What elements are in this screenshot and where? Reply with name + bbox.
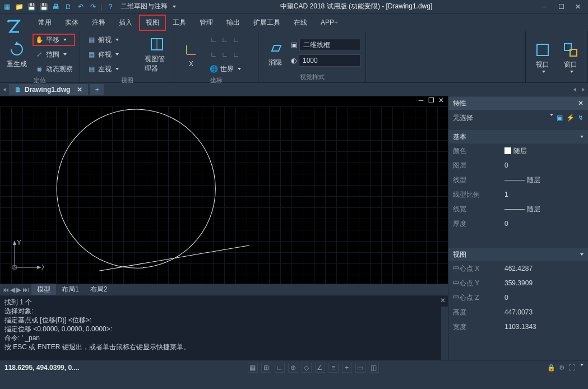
cmd-scrollbar[interactable] (441, 307, 448, 360)
layout-tab-0[interactable]: 模型 (31, 284, 56, 295)
polar-toggle[interactable]: ⊕ (288, 363, 298, 373)
left-view-button[interactable]: ▦ 左视 (85, 63, 121, 75)
property-value[interactable]: 359.3909 (504, 279, 588, 287)
menu-item-5[interactable]: 工具 (166, 15, 193, 31)
tab-scroll-left[interactable] (0, 83, 9, 96)
save-icon[interactable]: 💾 (27, 2, 36, 11)
toggle-pickadd-icon[interactable]: ↯ (578, 114, 584, 122)
osnap-toggle[interactable]: ◇ (302, 363, 312, 373)
property-row[interactable]: 高度447.0073 (448, 305, 588, 319)
property-row[interactable]: 中心点 Z0 (448, 290, 588, 305)
annotation-scale-icon[interactable]: 🔒 (547, 364, 555, 372)
property-value[interactable]: ———随层 (504, 205, 588, 214)
menu-item-7[interactable]: 输出 (220, 15, 247, 31)
redo-icon[interactable]: ↷ (89, 2, 98, 11)
minimize-button[interactable]: ─ (536, 1, 552, 12)
ucs-tool-2[interactable]: ∟∟∟ (207, 48, 243, 61)
document-tab-active[interactable]: 🗎 Drawing1.dwg ✕ (9, 84, 88, 95)
menu-item-8[interactable]: 扩展工具 (247, 15, 287, 31)
property-value[interactable]: 1 (504, 191, 588, 198)
menu-item-10[interactable]: APP+ (314, 15, 345, 30)
window-tile-button[interactable]: 窗口 (558, 34, 583, 80)
app-menu-icon[interactable]: ▦ (2, 2, 11, 11)
property-value[interactable]: 0 (504, 220, 588, 228)
panel-scroll-left[interactable] (570, 83, 579, 96)
property-row[interactable]: 颜色随层 (448, 143, 588, 158)
canvas-minimize-button[interactable]: ─ (416, 96, 425, 104)
chevron-down-icon[interactable] (580, 364, 584, 372)
view-manager-button[interactable]: 视图管理器 (145, 34, 169, 75)
canvas-close-button[interactable]: ✕ (437, 96, 446, 104)
close-tab-icon[interactable]: ✕ (77, 86, 82, 94)
visual-style-combo[interactable] (299, 39, 361, 51)
property-value[interactable]: 随层 (504, 146, 588, 156)
facet-res-combo[interactable] (299, 54, 360, 67)
layout-tab-arrows[interactable]: ⏮◀▶⏭ (0, 286, 31, 294)
menu-item-0[interactable]: 常用 (31, 15, 58, 31)
property-row[interactable]: 图层0 (448, 158, 588, 173)
close-button[interactable]: ✕ (570, 1, 586, 12)
menu-item-1[interactable]: 实体 (58, 15, 85, 31)
otrack-toggle[interactable]: ∠ (315, 363, 325, 373)
plot-icon[interactable]: 🖶 (52, 2, 61, 11)
dyn-toggle[interactable]: + (342, 363, 352, 373)
plot-preview-icon[interactable]: 🗋 (64, 2, 73, 11)
cycle-toggle[interactable]: ◫ (369, 363, 379, 373)
ucs-tool-1[interactable]: ∟∟∟ (207, 34, 243, 46)
ortho-toggle[interactable]: ∟ (275, 363, 285, 373)
extent-button[interactable]: ⤢ 范围 (33, 48, 75, 61)
property-row[interactable]: 中心点 Y359.3909 (448, 276, 588, 290)
workspace-switch-icon[interactable]: ⚙ (559, 364, 565, 372)
property-value[interactable]: 447.0073 (504, 308, 588, 316)
orbit-button[interactable]: ◉ 动态观察 (33, 63, 75, 75)
canvas-restore-button[interactable]: ❐ (427, 96, 436, 104)
chevron-down-icon[interactable] (550, 114, 553, 122)
fullscreen-icon[interactable]: ⛶ (568, 364, 575, 372)
property-row[interactable]: 宽度1103.1343 (448, 319, 588, 334)
top-view-button[interactable]: ▦ 俯视 (85, 34, 121, 46)
menu-item-2[interactable]: 注释 (85, 15, 112, 31)
property-value[interactable]: 0 (504, 161, 588, 169)
world-ucs-button[interactable]: 🌐 世界 (207, 63, 243, 75)
undo-icon[interactable]: ↶ (76, 2, 85, 11)
workspace-dropdown[interactable]: 二维草图与注释 (121, 2, 168, 11)
panel-scroll-right[interactable] (579, 83, 588, 96)
menu-item-6[interactable]: 管理 (193, 15, 220, 31)
ucs-button[interactable]: X (179, 34, 203, 75)
property-row[interactable]: 线型比例1 (448, 187, 588, 202)
snap-toggle[interactable]: ⊞ (261, 363, 271, 373)
section-basic-header[interactable]: 基本 (448, 130, 588, 143)
quick-select-icon[interactable]: ⚡ (566, 114, 575, 122)
lweight-toggle[interactable]: ≡ (328, 363, 339, 373)
layout-tab-2[interactable]: 布局2 (85, 284, 113, 295)
property-row[interactable]: 厚度0 (448, 216, 588, 231)
help-icon[interactable]: ? (106, 2, 115, 11)
regenerate-button[interactable]: 重生成 (4, 34, 29, 75)
property-value[interactable]: 1103.1343 (504, 323, 588, 331)
cmd-close-icon[interactable]: ✕ (440, 297, 446, 304)
menu-item-4[interactable]: 视图 (139, 15, 166, 31)
property-row[interactable]: 线宽———随层 (448, 202, 588, 216)
add-document-tab[interactable]: + (90, 84, 104, 95)
grid-toggle[interactable]: ▦ (248, 363, 258, 373)
pan-button[interactable]: ✋ 平移 (33, 34, 75, 46)
property-value[interactable]: 462.4287 (504, 265, 588, 272)
open-icon[interactable]: 📁 (15, 2, 24, 11)
hide-button[interactable]: 消隐 (263, 34, 288, 72)
section-view-header[interactable]: 视图 (448, 248, 588, 261)
menu-item-3[interactable]: 插入 (112, 15, 139, 31)
cursor-coordinates[interactable]: 118.6295, 494.0399, 0.... (4, 364, 79, 372)
property-value[interactable]: ———随层 (504, 175, 588, 185)
drawing-canvas[interactable]: Y X (0, 106, 448, 284)
command-line[interactable]: ✕ 找到 1 个选择对象:指定基点或 [位移(D)] <位移>:指定位移 <0.… (0, 295, 448, 360)
property-row[interactable]: 线型———随层 (448, 173, 588, 187)
bottom-view-button[interactable]: ▦ 仰视 (85, 48, 121, 61)
properties-close-icon[interactable]: ✕ (578, 99, 584, 107)
model-toggle[interactable]: ▭ (355, 363, 365, 373)
layout-tab-1[interactable]: 布局1 (56, 284, 85, 295)
menu-item-9[interactable]: 在线 (287, 15, 314, 31)
viewport-button[interactable]: 视口 (530, 34, 555, 80)
maximize-button[interactable]: ☐ (553, 1, 569, 12)
property-value[interactable]: 0 (504, 294, 588, 302)
property-row[interactable]: 中心点 X462.4287 (448, 261, 588, 276)
